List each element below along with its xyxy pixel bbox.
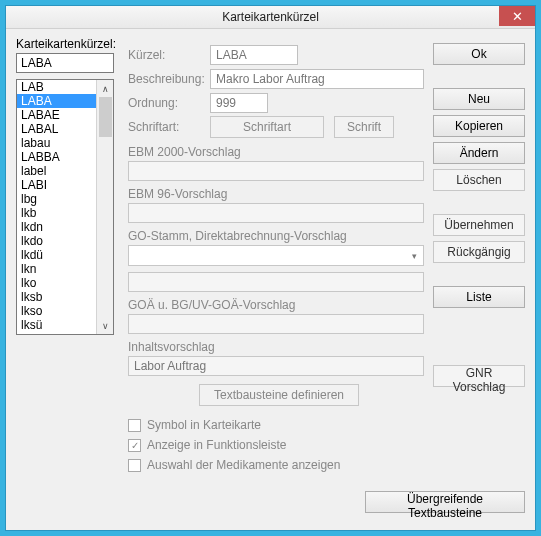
scroll-thumb[interactable] — [99, 97, 112, 137]
list-item[interactable]: label — [17, 164, 97, 178]
kuerzel-field[interactable] — [210, 45, 298, 65]
list-item[interactable]: LABAL — [17, 122, 97, 136]
list-item[interactable]: lkn — [17, 262, 97, 276]
dialog-body: Karteikartenkürzel: LABLABALABAELABALlab… — [6, 29, 535, 530]
kopieren-button[interactable]: Kopieren — [433, 115, 525, 137]
list-item[interactable]: lkdo — [17, 234, 97, 248]
schrift-button[interactable]: Schrift — [334, 116, 394, 138]
scroll-up-icon[interactable]: ∧ — [97, 80, 114, 97]
form-column: Kürzel: Beschreibung: Ordnung: Schriftar… — [128, 43, 430, 472]
scroll-down-icon[interactable]: ∨ — [97, 317, 114, 334]
anzeige-checkbox-label: Anzeige in Funktionsleiste — [147, 438, 286, 452]
list-item[interactable]: LABA — [17, 94, 97, 108]
goa-label: GOÄ u. BG/UV-GOÄ-Vorschlag — [128, 298, 430, 312]
left-column: Karteikartenkürzel: LABLABALABAELABALlab… — [16, 37, 114, 335]
liste-button[interactable]: Liste — [433, 286, 525, 308]
list-item[interactable]: labau — [17, 136, 97, 150]
schriftart-label: Schriftart: — [128, 120, 210, 134]
ebm2000-label: EBM 2000-Vorschlag — [128, 145, 430, 159]
dialog-window: Karteikartenkürzel ✕ Karteikartenkürzel:… — [5, 5, 536, 531]
ordnung-label: Ordnung: — [128, 96, 210, 110]
list-item[interactable]: LAB — [17, 80, 97, 94]
gostamm-combo[interactable]: ▾ — [128, 245, 424, 266]
chevron-down-icon: ▾ — [405, 246, 423, 265]
kuerzel-label: Kürzel: — [128, 48, 210, 62]
anzeige-checkbox[interactable] — [128, 439, 141, 452]
list-item[interactable]: LABAE — [17, 108, 97, 122]
beschreibung-field[interactable] — [210, 69, 424, 89]
beschreibung-label: Beschreibung: — [128, 72, 210, 86]
button-column: Ok Neu Kopieren Ändern Löschen Übernehme… — [433, 43, 525, 392]
list-item[interactable]: lkü — [17, 332, 97, 334]
symbol-checkbox[interactable] — [128, 419, 141, 432]
inhalt-label: Inhaltsvorschlag — [128, 340, 430, 354]
gnr-button[interactable]: GNR Vorschlag — [433, 365, 525, 387]
list-item[interactable]: lbg — [17, 192, 97, 206]
list-item[interactable]: lko — [17, 276, 97, 290]
titlebar: Karteikartenkürzel ✕ — [6, 6, 535, 29]
window-title: Karteikartenkürzel — [6, 10, 535, 24]
rueckgaengig-button[interactable]: Rückgängig — [433, 241, 525, 263]
ordnung-field[interactable] — [210, 93, 268, 113]
symbol-checkbox-label: Symbol in Karteikarte — [147, 418, 261, 432]
medikamente-checkbox[interactable] — [128, 459, 141, 472]
gostamm-label: GO-Stamm, Direktabrechnung-Vorschlag — [128, 229, 430, 243]
shortcut-listbox[interactable]: LABLABALABAELABALlabauLABBAlabelLABIlbgl… — [16, 79, 114, 335]
ok-button[interactable]: Ok — [433, 43, 525, 65]
neu-button[interactable]: Neu — [433, 88, 525, 110]
list-scrollbar[interactable]: ∧ ∨ — [96, 80, 113, 334]
shortcut-input[interactable] — [16, 53, 114, 73]
list-label: Karteikartenkürzel: — [16, 37, 114, 51]
uebergreifende-button[interactable]: Übergreifende Textbausteine — [365, 491, 525, 513]
close-button[interactable]: ✕ — [499, 6, 535, 26]
textbausteine-button[interactable]: Textbausteine definieren — [199, 384, 359, 406]
schriftart-button[interactable]: Schriftart — [210, 116, 324, 138]
ebm2000-field[interactable] — [128, 161, 424, 181]
aendern-button[interactable]: Ändern — [433, 142, 525, 164]
list-item[interactable]: lkdü — [17, 248, 97, 262]
medikamente-checkbox-label: Auswahl der Medikamente anzeigen — [147, 458, 340, 472]
list-item[interactable]: lkdn — [17, 220, 97, 234]
ebm96-label: EBM 96-Vorschlag — [128, 187, 430, 201]
ebm96-field[interactable] — [128, 203, 424, 223]
loeschen-button[interactable]: Löschen — [433, 169, 525, 191]
list-item[interactable]: lksb — [17, 290, 97, 304]
list-item[interactable]: lkb — [17, 206, 97, 220]
list-item[interactable]: LABI — [17, 178, 97, 192]
inhalt-field[interactable]: Labor Auftrag — [128, 356, 424, 376]
list-item[interactable]: lksü — [17, 318, 97, 332]
list-item[interactable]: LABBA — [17, 150, 97, 164]
list-item[interactable]: lkso — [17, 304, 97, 318]
goa-field[interactable] — [128, 314, 424, 334]
gostamm-field2[interactable] — [128, 272, 424, 292]
uebernehmen-button[interactable]: Übernehmen — [433, 214, 525, 236]
